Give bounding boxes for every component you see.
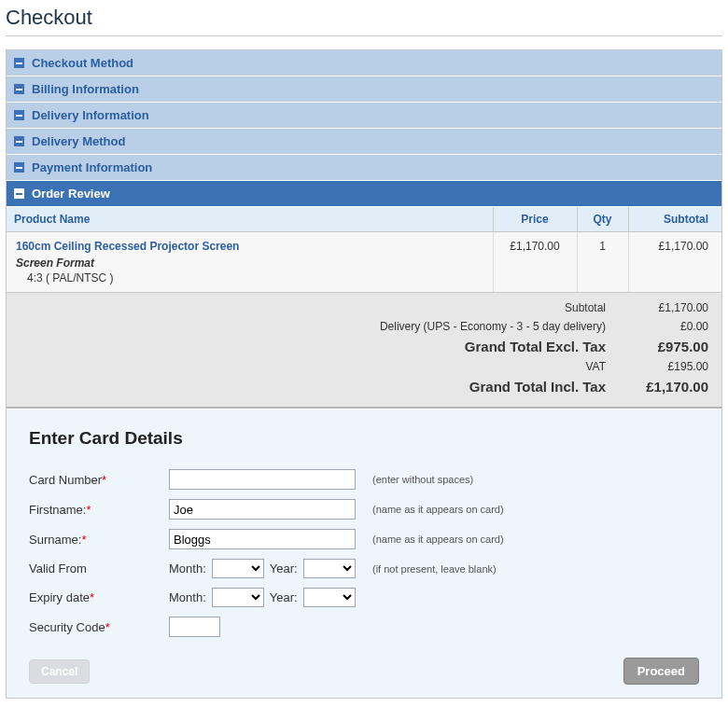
item-subtotal: £1,170.00	[628, 232, 721, 293]
collapse-icon	[14, 188, 24, 199]
step-label: Payment Information	[32, 160, 152, 174]
expiry-year-select[interactable]	[303, 588, 356, 607]
expiry-month-select[interactable]	[212, 588, 264, 607]
vat-label: VAT	[585, 360, 624, 373]
firstname-input[interactable]	[169, 499, 356, 520]
collapse-icon	[14, 84, 24, 94]
step-order-review[interactable]: Order Review	[7, 181, 721, 207]
delivery-value: £0.00	[624, 320, 708, 333]
step-label: Order Review	[32, 187, 110, 201]
table-row: 160cm Ceiling Recessed Projector Screen …	[7, 232, 721, 293]
item-qty: 1	[577, 232, 628, 293]
step-billing-information[interactable]: Billing Information	[7, 76, 721, 103]
order-items-table: Product Name Price Qty Subtotal 160cm Ce…	[7, 207, 721, 293]
col-product: Product Name	[7, 207, 493, 232]
subtotal-value: £1,170.00	[624, 301, 708, 314]
surname-label: Surname:*	[29, 533, 169, 547]
item-price: £1,170.00	[493, 232, 577, 293]
col-price: Price	[493, 207, 577, 232]
checkout-accordion: Checkout Method Billing Information Deli…	[6, 49, 722, 699]
collapse-icon	[14, 58, 24, 68]
card-number-hint: (enter without spaces)	[365, 474, 473, 485]
valid-from-label: Valid From	[29, 562, 169, 575]
page-title: Checkout	[6, 0, 722, 36]
surname-input[interactable]	[169, 529, 356, 549]
collapse-icon	[14, 162, 24, 173]
surname-hint: (name as it appears on card)	[365, 534, 504, 545]
col-qty: Qty	[577, 207, 628, 232]
collapse-icon	[14, 136, 24, 146]
year-label: Year:	[270, 590, 298, 604]
grand-incl-label: Grand Total Incl. Tax	[469, 379, 624, 395]
step-checkout-method[interactable]: Checkout Method	[7, 50, 721, 76]
expiry-label: Expiry date*	[29, 590, 169, 604]
step-label: Delivery Method	[32, 134, 125, 148]
col-subtotal: Subtotal	[628, 207, 721, 232]
firstname-label: Firstname:*	[29, 503, 169, 517]
valid-from-hint: (if not present, leave blank)	[365, 563, 497, 575]
product-option-label: Screen Format	[16, 257, 483, 270]
step-label: Delivery Information	[32, 108, 149, 122]
security-code-input[interactable]	[169, 617, 220, 637]
delivery-label: Delivery (UPS - Economy - 3 - 5 day deli…	[380, 320, 624, 333]
proceed-button[interactable]: Proceed	[623, 658, 699, 685]
step-delivery-information[interactable]: Delivery Information	[7, 103, 721, 129]
product-option-value: 4:3 ( PAL/NTSC )	[16, 271, 483, 284]
step-label: Checkout Method	[32, 56, 133, 70]
product-name: 160cm Ceiling Recessed Projector Screen	[16, 240, 483, 253]
step-delivery-method[interactable]: Delivery Method	[7, 129, 721, 155]
vat-value: £195.00	[624, 360, 708, 373]
step-label: Billing Information	[32, 82, 139, 96]
month-label: Month:	[169, 562, 206, 575]
grand-excl-label: Grand Total Excl. Tax	[465, 339, 624, 354]
grand-excl-value: £975.00	[624, 339, 708, 354]
year-label: Year:	[270, 562, 298, 575]
subtotal-label: Subtotal	[565, 301, 624, 314]
month-label: Month:	[169, 590, 206, 604]
cancel-button[interactable]: Cancel	[29, 659, 90, 684]
collapse-icon	[14, 110, 24, 120]
card-details-title: Enter Card Details	[29, 428, 699, 449]
card-details-panel: Enter Card Details Card Number* (enter w…	[7, 409, 721, 698]
firstname-hint: (name as it appears on card)	[365, 504, 504, 515]
card-number-input[interactable]	[169, 469, 356, 490]
valid-from-year-select[interactable]	[303, 559, 356, 578]
card-number-label: Card Number*	[29, 473, 169, 487]
step-payment-information[interactable]: Payment Information	[7, 155, 721, 181]
valid-from-month-select[interactable]	[212, 559, 264, 578]
order-totals: Subtotal £1,170.00 Delivery (UPS - Econo…	[7, 293, 721, 409]
grand-incl-value: £1,170.00	[624, 379, 708, 395]
security-code-label: Security Code*	[29, 620, 169, 634]
